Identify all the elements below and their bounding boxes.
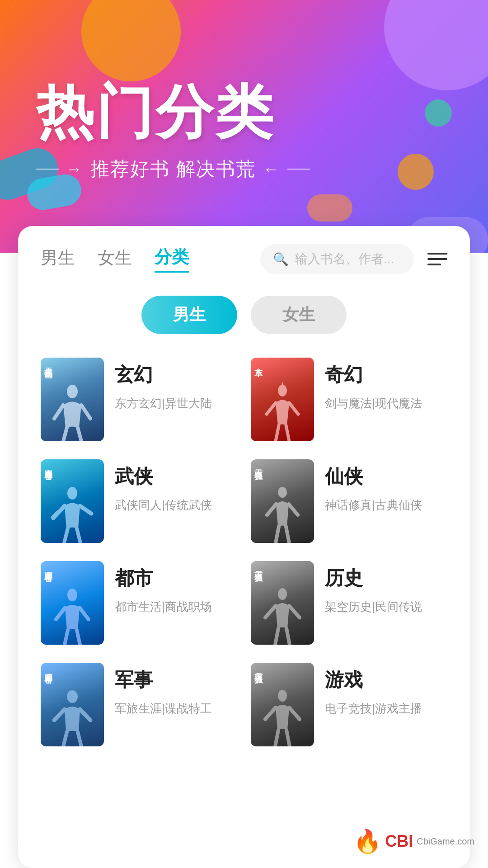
cat-tags-xianxia: 神话修真|古典仙侠 bbox=[325, 496, 447, 514]
cover-art-xianxia: 天下独狐 bbox=[251, 459, 314, 543]
hero-banner: 热门分类 → 推荐好书 解决书荒 ← bbox=[0, 0, 488, 253]
search-bar[interactable]: 🔍 输入书名、作者... bbox=[260, 244, 414, 274]
top-nav: 男生 女生 分类 🔍 输入书名、作者... bbox=[41, 244, 447, 274]
cover-art-xuanhuan: 天霸乱世 bbox=[41, 358, 104, 441]
category-item-junshi[interactable]: 盗师密卷 军事 军旅生涯|谍战特工 bbox=[41, 663, 237, 746]
menu-icon[interactable] bbox=[427, 253, 447, 265]
svg-point-3 bbox=[278, 487, 287, 498]
cover-figure-xianxia bbox=[260, 484, 305, 543]
cat-title-lishi: 历史 bbox=[325, 566, 447, 591]
category-grid: 天霸乱世 玄幻 东方玄幻|异世大陆 东革 bbox=[41, 358, 447, 746]
cat-cover-xuanhuan: 天霸乱世 bbox=[41, 358, 104, 441]
blob-2 bbox=[384, 0, 488, 90]
cover-text-dushi: 盗师密卷 bbox=[44, 565, 52, 568]
cover-text-junshi: 盗师密卷 bbox=[44, 666, 52, 670]
svg-point-0 bbox=[67, 385, 78, 398]
nav-tabs: 男生 女生 分类 bbox=[41, 245, 260, 273]
cat-tags-qihuan: 剑与魔法|现代魔法 bbox=[325, 395, 447, 412]
cat-cover-qihuan: 东革 bbox=[251, 358, 314, 441]
svg-point-2 bbox=[67, 487, 77, 500]
cat-cover-lishi: 天下独狐 bbox=[251, 561, 314, 645]
cat-title-junshi: 军事 bbox=[115, 667, 237, 693]
cat-title-wuxia: 武侠 bbox=[115, 464, 237, 489]
cover-figure-xuanhuan bbox=[50, 382, 95, 441]
category-item-xianxia[interactable]: 天下独狐 仙侠 神话修真|古典仙侠 bbox=[251, 459, 447, 543]
cover-figure-wuxia bbox=[50, 484, 95, 543]
cat-cover-dushi: 盗师密卷 bbox=[41, 561, 104, 645]
blob-1 bbox=[81, 0, 181, 81]
tab-category[interactable]: 分类 bbox=[155, 245, 189, 273]
cat-tags-xuanhuan: 东方玄幻|异世大陆 bbox=[115, 395, 237, 412]
svg-point-5 bbox=[278, 588, 287, 600]
cover-art-wuxia: 盗师密卷 bbox=[41, 459, 104, 543]
menu-line-1 bbox=[427, 253, 447, 255]
watermark: 🔥 CBI CbiGame.com bbox=[353, 828, 474, 854]
cover-text-xuanhuan: 天霸乱世 bbox=[44, 361, 52, 365]
cat-tags-lishi: 架空历史|民间传说 bbox=[325, 598, 447, 616]
tab-female[interactable]: 女生 bbox=[98, 246, 132, 272]
svg-point-4 bbox=[67, 589, 77, 601]
svg-point-6 bbox=[67, 690, 78, 703]
subtitle-line-right bbox=[287, 169, 310, 170]
cat-tags-youxi: 电子竞技|游戏主播 bbox=[325, 700, 447, 717]
cat-info-dushi: 都市 都市生活|商战职场 bbox=[115, 561, 237, 616]
cat-info-xuanhuan: 玄幻 东方玄幻|异世大陆 bbox=[115, 358, 237, 412]
hero-subtitle: → 推荐好书 解决书荒 ← bbox=[36, 156, 310, 182]
cover-figure-youxi bbox=[260, 688, 305, 746]
cat-info-wuxia: 武侠 武侠同人|传统武侠 bbox=[115, 459, 237, 514]
cat-info-qihuan: 奇幻 剑与魔法|现代魔法 bbox=[325, 358, 447, 412]
tab-male[interactable]: 男生 bbox=[41, 246, 75, 272]
blob-8 bbox=[307, 194, 352, 222]
cover-text-youxi: 天下独狐 bbox=[254, 666, 263, 670]
cover-art-lishi: 天下独狐 bbox=[251, 561, 314, 645]
hero-title: 热门分类 bbox=[36, 80, 275, 144]
card-section: 男生 女生 分类 🔍 输入书名、作者... 男生 女生 天霸乱世 bbox=[18, 226, 470, 868]
gender-btn-male[interactable]: 男生 bbox=[141, 296, 237, 334]
watermark-site: CbiGame.com bbox=[417, 836, 474, 847]
cover-art-junshi: 盗师密卷 bbox=[41, 663, 104, 746]
gender-toggle: 男生 女生 bbox=[41, 296, 447, 334]
cover-figure-qihuan bbox=[260, 382, 305, 441]
category-item-lishi[interactable]: 天下独狐 历史 架空历史|民间传说 bbox=[251, 561, 447, 645]
watermark-logo: CBI bbox=[385, 832, 413, 851]
cover-figure-junshi bbox=[50, 688, 95, 746]
cover-art-dushi: 盗师密卷 bbox=[41, 561, 104, 645]
cat-title-xuanhuan: 玄幻 bbox=[115, 362, 237, 387]
cover-text-lishi: 天下独狐 bbox=[254, 565, 263, 568]
cat-cover-junshi: 盗师密卷 bbox=[41, 663, 104, 746]
cat-info-youxi: 游戏 电子竞技|游戏主播 bbox=[325, 663, 447, 717]
cat-title-qihuan: 奇幻 bbox=[325, 362, 447, 387]
cat-tags-dushi: 都市生活|商战职场 bbox=[115, 598, 237, 616]
subtitle-text: 推荐好书 解决书荒 bbox=[90, 156, 256, 182]
cover-art-qihuan: 东革 bbox=[251, 358, 314, 441]
category-item-dushi[interactable]: 盗师密卷 都市 都市生活|商战职场 bbox=[41, 561, 237, 645]
cover-art-youxi: 天下独狐 bbox=[251, 663, 314, 746]
category-item-youxi[interactable]: 天下独狐 游戏 电子竞技|游戏主播 bbox=[251, 663, 447, 746]
subtitle-arrow-right: ← bbox=[263, 160, 280, 179]
subtitle-arrow-left: → bbox=[66, 160, 83, 179]
category-item-qihuan[interactable]: 东革 奇幻 剑与魔法|现代魔法 bbox=[251, 358, 447, 441]
cat-cover-wuxia: 盗师密卷 bbox=[41, 459, 104, 543]
cat-cover-youxi: 天下独狐 bbox=[251, 663, 314, 746]
category-item-wuxia[interactable]: 盗师密卷 武侠 武侠同人|传统武侠 bbox=[41, 459, 237, 543]
blob-5 bbox=[398, 154, 434, 190]
cat-tags-junshi: 军旅生涯|谍战特工 bbox=[115, 700, 237, 717]
cat-info-lishi: 历史 架空历史|民间传说 bbox=[325, 561, 447, 616]
gender-btn-female[interactable]: 女生 bbox=[251, 296, 347, 334]
cat-info-junshi: 军事 军旅生涯|谍战特工 bbox=[115, 663, 237, 717]
cat-tags-wuxia: 武侠同人|传统武侠 bbox=[115, 496, 237, 514]
category-item-xuanhuan[interactable]: 天霸乱世 玄幻 东方玄幻|异世大陆 bbox=[41, 358, 237, 441]
blob-6 bbox=[425, 99, 452, 127]
cover-text-xianxia: 天下独狐 bbox=[254, 463, 263, 467]
cover-figure-dushi bbox=[50, 586, 95, 645]
cover-text-qihuan: 东革 bbox=[254, 361, 263, 363]
cat-cover-xianxia: 天下独狐 bbox=[251, 459, 314, 543]
cover-figure-lishi bbox=[260, 586, 305, 645]
cat-title-xianxia: 仙侠 bbox=[325, 464, 447, 489]
subtitle-line-left bbox=[36, 169, 59, 170]
cat-title-youxi: 游戏 bbox=[325, 667, 447, 693]
menu-line-3 bbox=[427, 264, 441, 265]
svg-point-7 bbox=[278, 690, 287, 702]
cat-title-dushi: 都市 bbox=[115, 566, 237, 591]
menu-line-2 bbox=[427, 258, 447, 260]
